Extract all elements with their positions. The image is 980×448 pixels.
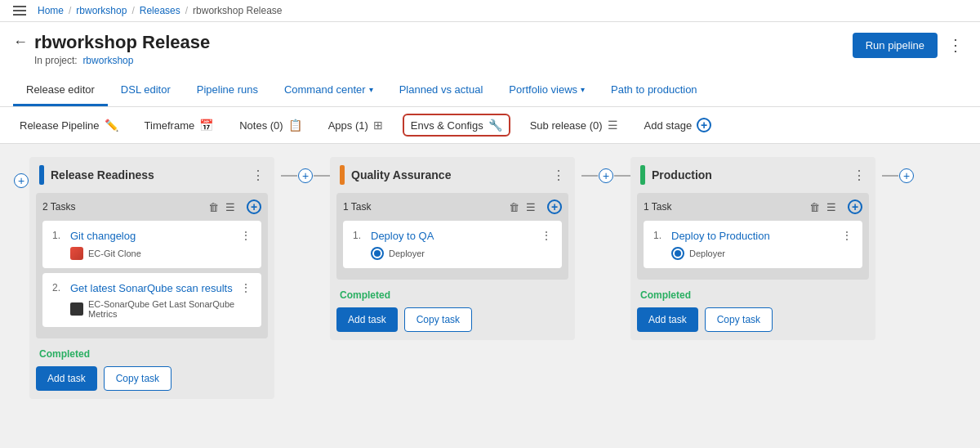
- command-center-chevron: ▾: [369, 85, 373, 94]
- task-num-prod-1: 1.: [653, 230, 666, 241]
- stage-menu-qa[interactable]: ⋮: [552, 168, 565, 183]
- add-task-button-prod[interactable]: Add task: [637, 307, 698, 332]
- breadcrumb-project[interactable]: rbworkshop: [76, 5, 127, 16]
- task-kebab-prod-1[interactable]: ⋮: [841, 229, 853, 242]
- toolbar-addstage[interactable]: Add stage +: [638, 114, 719, 136]
- grid-icon: ⊞: [373, 119, 383, 132]
- copy-task-button-prod[interactable]: Copy task: [705, 307, 773, 332]
- notes-icon: 📋: [288, 119, 302, 132]
- breadcrumb-sep-1: /: [69, 5, 71, 16]
- task-group-delete-qa[interactable]: 🗑: [509, 201, 519, 213]
- toolbar: Release Pipeline ✏️ Timeframe 📅 Notes (0…: [0, 107, 980, 144]
- task-group-list-qa[interactable]: ☰: [526, 201, 536, 213]
- task-sub-name-qa-1: Deployer: [389, 249, 425, 258]
- calendar-icon: 📅: [199, 119, 213, 132]
- toolbar-pipeline[interactable]: Release Pipeline ✏️: [13, 115, 125, 135]
- stage-menu-prod[interactable]: ⋮: [853, 168, 866, 183]
- wrench-icon: 🔧: [488, 119, 502, 132]
- add-stage-1-2-button[interactable]: +: [298, 168, 313, 183]
- toolbar-timeframe[interactable]: Timeframe 📅: [138, 115, 220, 135]
- task-group-rr: 2 Tasks 🗑 ☰ + 1. Git changelog ⋮: [36, 193, 268, 338]
- task-name-rr-1[interactable]: Git changelog: [70, 230, 235, 242]
- task-kebab-rr-1[interactable]: ⋮: [240, 229, 252, 242]
- stage-header-qa: Quality Assurance ⋮: [330, 157, 575, 193]
- back-arrow[interactable]: ←: [13, 34, 28, 51]
- task-group-add-prod[interactable]: +: [848, 199, 862, 214]
- copy-task-button-qa[interactable]: Copy task: [404, 307, 472, 332]
- title-block: rbworkshop Release In project: rbworksho…: [34, 32, 210, 66]
- add-stage-end-button[interactable]: +: [899, 168, 914, 183]
- nav-tabs: Release editor DSL editor Pipeline runs …: [13, 74, 967, 106]
- task-group-list-rr[interactable]: ☰: [225, 201, 235, 213]
- pipeline-area: + Release Readiness ⋮ 2 Tasks 🗑 ☰ +: [0, 144, 980, 448]
- task-group-actions-rr: 🗑 ☰ +: [208, 199, 261, 214]
- add-stage-start-button[interactable]: +: [14, 173, 29, 188]
- task-kebab-qa-1[interactable]: ⋮: [541, 229, 552, 242]
- task-kebab-rr-2[interactable]: ⋮: [240, 281, 252, 294]
- task-group-header-rr: 2 Tasks 🗑 ☰ +: [42, 199, 261, 214]
- task-group-delete-rr[interactable]: 🗑: [208, 201, 219, 213]
- breadcrumb-sep-2: /: [131, 5, 134, 16]
- project-link[interactable]: rbworkshop: [82, 55, 133, 66]
- stage-connector-2: +: [581, 157, 630, 183]
- stage-quality-assurance: Quality Assurance ⋮ 1 Task 🗑 ☰ + 1. Depl…: [330, 157, 575, 340]
- task-count-prod: 1 Task: [644, 201, 671, 213]
- task-name-qa-1[interactable]: Deploy to QA: [371, 230, 536, 242]
- stage-footer-rr: Add task Copy task: [29, 363, 274, 399]
- page-header: ← rbworkshop Release In project: rbworks…: [0, 22, 980, 107]
- more-options-button[interactable]: ⋮: [944, 32, 967, 58]
- tab-command-center[interactable]: Command center ▾: [271, 75, 386, 106]
- task-name-rr-2[interactable]: Get latest SonarQube scan results: [70, 282, 235, 294]
- task-group-list-prod[interactable]: ☰: [826, 201, 836, 213]
- tab-path-to-production[interactable]: Path to production: [598, 75, 710, 106]
- task-group-header-prod: 1 Task 🗑 ☰ +: [644, 199, 862, 214]
- stage-status-rr: Completed: [29, 345, 274, 363]
- tab-portfolio-views[interactable]: Portfolio views ▾: [496, 75, 598, 106]
- add-task-button-qa[interactable]: Add task: [336, 307, 398, 332]
- task-group-header-qa: 1 Task 🗑 ☰ +: [343, 199, 562, 214]
- list-icon: ☰: [608, 119, 618, 132]
- add-stage-2-3-button[interactable]: +: [599, 168, 613, 183]
- subtitle-prefix: In project:: [34, 55, 78, 66]
- stage-connector-1: +: [281, 157, 330, 183]
- toolbar-envs[interactable]: Envs & Configs 🔧: [403, 114, 510, 137]
- tab-pipeline-runs[interactable]: Pipeline runs: [184, 75, 271, 106]
- toolbar-notes[interactable]: Notes (0) 📋: [233, 115, 308, 135]
- stage-menu-rr[interactable]: ⋮: [252, 168, 265, 183]
- run-pipeline-button[interactable]: Run pipeline: [853, 33, 938, 58]
- task-card-header-prod-1: 1. Deploy to Production ⋮: [653, 229, 853, 242]
- stage-color-bar-rr: [39, 165, 44, 185]
- stage-title-rr: Release Readiness: [51, 168, 245, 181]
- task-name-prod-1[interactable]: Deploy to Production: [671, 230, 836, 242]
- tab-planned-vs-actual[interactable]: Planned vs actual: [386, 75, 497, 106]
- hamburger-menu[interactable]: [13, 6, 26, 16]
- stage-header-release-readiness: Release Readiness ⋮: [29, 157, 274, 193]
- page-title: rbworkshop Release: [34, 32, 210, 53]
- tab-release-editor[interactable]: Release editor: [13, 75, 108, 106]
- title-row: ← rbworkshop Release In project: rbworks…: [13, 32, 967, 74]
- pipeline-label: Release Pipeline: [20, 119, 100, 132]
- task-group-qa: 1 Task 🗑 ☰ + 1. Deploy to QA ⋮ Deployer: [336, 193, 568, 280]
- tab-dsl-editor[interactable]: DSL editor: [108, 75, 184, 106]
- breadcrumb-sep-3: /: [185, 5, 188, 16]
- task-num-rr-2: 2.: [52, 282, 65, 293]
- add-task-button-rr[interactable]: Add task: [36, 366, 97, 391]
- toolbar-apps[interactable]: Apps (1) ⊞: [322, 115, 390, 135]
- stage-wrapper-release-readiness: + Release Readiness ⋮ 2 Tasks 🗑 ☰ +: [13, 157, 281, 399]
- toolbar-subrelease[interactable]: Sub release (0) ☰: [523, 115, 625, 135]
- add-between-end: +: [898, 168, 915, 183]
- task-group-add-qa[interactable]: +: [547, 199, 562, 214]
- ec-git-icon: [70, 247, 83, 260]
- apps-label: Apps (1): [328, 119, 368, 132]
- task-card-header-rr-2: 2. Get latest SonarQube scan results ⋮: [52, 281, 252, 294]
- addstage-icon: +: [697, 118, 711, 132]
- stage-title-qa: Quality Assurance: [351, 168, 546, 181]
- task-card-rr-1: 1. Git changelog ⋮ EC-Git Clone: [42, 221, 261, 268]
- breadcrumb-releases[interactable]: Releases: [140, 5, 180, 16]
- task-count-rr: 2 Tasks: [42, 201, 75, 213]
- copy-task-button-rr[interactable]: Copy task: [104, 366, 172, 391]
- breadcrumb-home[interactable]: Home: [38, 5, 64, 16]
- task-group-delete-prod[interactable]: 🗑: [809, 201, 820, 213]
- task-sub-name-rr-2: EC-SonarQube Get Last SonarQube Metrics: [88, 299, 252, 319]
- task-group-add-rr[interactable]: +: [247, 199, 261, 214]
